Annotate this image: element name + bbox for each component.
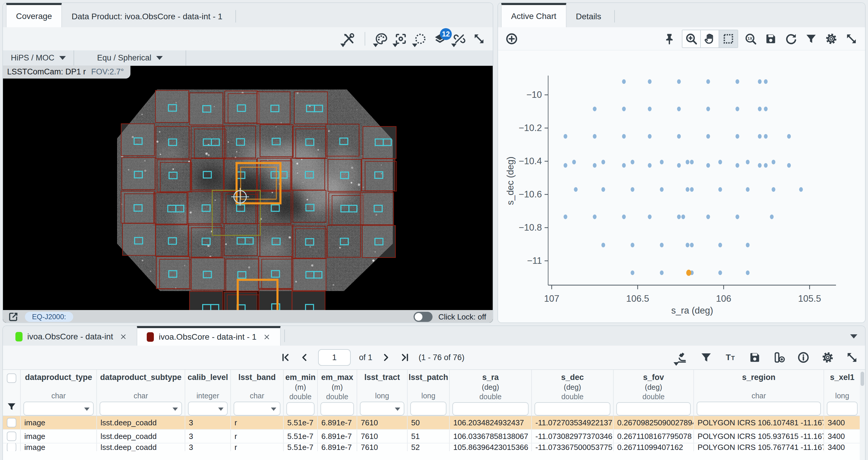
select-all-checkbox[interactable] xyxy=(7,373,16,383)
column-header-s_region[interactable]: s_regionchar xyxy=(694,370,824,416)
collapse-tables-icon[interactable] xyxy=(850,334,857,338)
column-header-s_dec[interactable]: s_dec(deg)double xyxy=(532,370,614,416)
info-icon[interactable] xyxy=(796,350,811,365)
add-chart-icon[interactable] xyxy=(504,31,519,47)
row-checkbox[interactable] xyxy=(7,443,16,451)
column-filter-input[interactable] xyxy=(234,402,280,416)
last-page-icon[interactable] xyxy=(400,352,410,363)
row-checkbox[interactable] xyxy=(7,418,16,427)
column-header-lsst_patch[interactable]: lsst_patchlong xyxy=(408,370,450,416)
save-icon[interactable] xyxy=(747,350,763,365)
tab-data-product[interactable]: Data Product: ivoa.ObsCore - data-int - … xyxy=(62,6,232,27)
chart-point xyxy=(563,134,567,139)
column-header-lsst_band[interactable]: lsst_bandchar xyxy=(231,370,284,416)
hips-moc-menu[interactable]: HiPS / MOC xyxy=(3,51,74,65)
prev-page-icon[interactable] xyxy=(299,352,310,363)
expand-icon[interactable] xyxy=(844,31,859,47)
text-format-icon[interactable]: TT xyxy=(723,350,738,365)
refresh-icon[interactable] xyxy=(783,31,799,47)
column-header-s_xel1[interactable]: s_xel1long xyxy=(824,370,861,416)
coordinate-readout[interactable]: EQ-J2000: xyxy=(25,312,73,322)
chart-point xyxy=(764,107,768,112)
column-header-em_max[interactable]: em_max(m)double xyxy=(318,370,357,416)
table-tab-1-label: ivoa.ObsCore - data-int - 1 xyxy=(159,332,256,342)
chart-point xyxy=(563,215,567,219)
column-filter-input[interactable] xyxy=(100,402,182,416)
column-filter-input[interactable] xyxy=(360,402,404,416)
coverage-statusbar: EQ-J2000: Click Lock: off xyxy=(3,310,493,323)
table-cell-calib_level: 3 xyxy=(185,430,231,443)
filter-icon[interactable] xyxy=(803,31,819,47)
fov-value: FOV:2.7° xyxy=(91,67,124,76)
page-number-input[interactable]: 1 xyxy=(318,349,351,366)
table-color-marker xyxy=(147,332,154,342)
sky-coverage-canvas[interactable] xyxy=(3,66,493,323)
column-header-s_fov[interactable]: s_fov(deg)double xyxy=(614,370,694,416)
close-icon[interactable] xyxy=(120,333,127,341)
settings-icon[interactable] xyxy=(824,31,839,47)
layers-icon[interactable]: 12 xyxy=(432,31,447,47)
data-table: dataproduct_typechardataproduct_subtypec… xyxy=(3,370,865,460)
chart-point xyxy=(677,134,681,139)
column-header-s_ra[interactable]: s_ra(deg)double xyxy=(450,370,532,416)
zoom-1x-icon[interactable]: 1X xyxy=(743,31,758,47)
add-column-icon[interactable] xyxy=(771,350,787,365)
row-checkbox[interactable] xyxy=(7,432,16,441)
column-filter-input[interactable] xyxy=(320,402,354,416)
vertical-scrollbar-thumb[interactable] xyxy=(861,372,864,386)
chevron-down-icon xyxy=(395,407,400,411)
tab-active-chart[interactable]: Active Chart xyxy=(501,3,566,27)
table-row[interactable]: imagelsst.deep_coadd3r5.51e-76.891e-7761… xyxy=(3,430,865,443)
projection-menu[interactable]: Equ / Spherical xyxy=(74,51,186,65)
pin-icon[interactable] xyxy=(662,31,677,47)
chart-point xyxy=(707,107,710,112)
filter-icon[interactable] xyxy=(699,350,714,365)
column-filter-input[interactable] xyxy=(188,402,228,416)
table-row[interactable]: imagelsst.deep_coadd3r5.51e-76.891e-7761… xyxy=(3,416,865,430)
scatter-chart-canvas[interactable]: 107106.5106105.5−10−10.2−10.4−10.6−10.8−… xyxy=(498,51,865,323)
column-filter-input[interactable] xyxy=(24,402,94,416)
select-region-icon[interactable] xyxy=(413,31,428,47)
table-tab-0[interactable]: ivoa.ObsCore - data-int xyxy=(6,328,137,346)
tab-details[interactable]: Details xyxy=(566,6,611,27)
column-filter-input[interactable] xyxy=(453,402,529,416)
column-header-dataproduct_subtype[interactable]: dataproduct_subtypechar xyxy=(97,370,185,416)
vertical-scrollbar[interactable] xyxy=(860,370,865,460)
table-row[interactable]: imagelsst.deep_coadd3r5.51e-76.891e-7761… xyxy=(3,443,865,451)
chart-point xyxy=(707,163,710,168)
column-header-calib_level[interactable]: calib_levelinteger xyxy=(185,370,231,416)
palette-icon[interactable] xyxy=(374,31,389,47)
next-page-icon[interactable] xyxy=(381,352,391,363)
unlink-icon[interactable] xyxy=(452,31,467,47)
click-lock-toggle[interactable] xyxy=(413,312,433,322)
microscope-icon[interactable] xyxy=(674,350,689,365)
first-page-icon[interactable] xyxy=(280,352,291,363)
table-cell-em_min: 5.51e-7 xyxy=(284,443,318,451)
expand-icon[interactable] xyxy=(471,31,487,47)
zoom-in-icon[interactable] xyxy=(682,30,701,48)
column-header-dataproduct_type[interactable]: dataproduct_typechar xyxy=(21,370,97,416)
table-tab-1[interactable]: ivoa.ObsCore - data-int - 1 xyxy=(137,326,281,346)
close-icon[interactable] xyxy=(263,333,271,341)
box-select-icon[interactable] xyxy=(719,30,738,48)
pan-icon[interactable] xyxy=(701,30,719,48)
save-icon[interactable] xyxy=(763,31,778,47)
expand-frame-icon[interactable] xyxy=(8,311,19,323)
column-filter-input[interactable] xyxy=(616,402,691,416)
column-filter-input[interactable] xyxy=(696,402,821,416)
tab-coverage[interactable]: Coverage xyxy=(6,3,62,27)
column-header-em_min[interactable]: em_min(m)double xyxy=(284,370,318,416)
expand-icon[interactable] xyxy=(844,350,860,365)
column-filter-input[interactable] xyxy=(286,402,314,416)
column-filter-input[interactable] xyxy=(410,402,446,416)
filter-icon[interactable] xyxy=(6,401,17,412)
chevron-down-icon xyxy=(173,407,178,411)
tools-icon[interactable] xyxy=(341,31,356,47)
column-header-lsst_tract[interactable]: lsst_tractlong xyxy=(357,370,408,416)
table-cell-em_max: 6.891e-7 xyxy=(318,430,357,443)
column-filter-input[interactable] xyxy=(827,402,858,416)
tab-divider xyxy=(236,10,236,23)
center-on-icon[interactable] xyxy=(393,31,408,47)
column-filter-input[interactable] xyxy=(534,402,610,416)
settings-icon[interactable] xyxy=(820,350,835,365)
